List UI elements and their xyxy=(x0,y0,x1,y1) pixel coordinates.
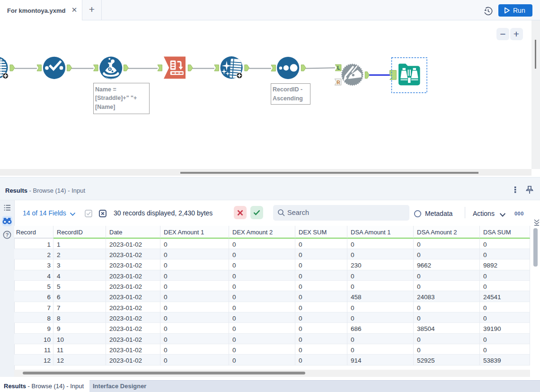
svg-text:?: ? xyxy=(6,232,9,238)
svg-text:L: L xyxy=(337,65,340,71)
svg-text:R: R xyxy=(337,80,341,85)
